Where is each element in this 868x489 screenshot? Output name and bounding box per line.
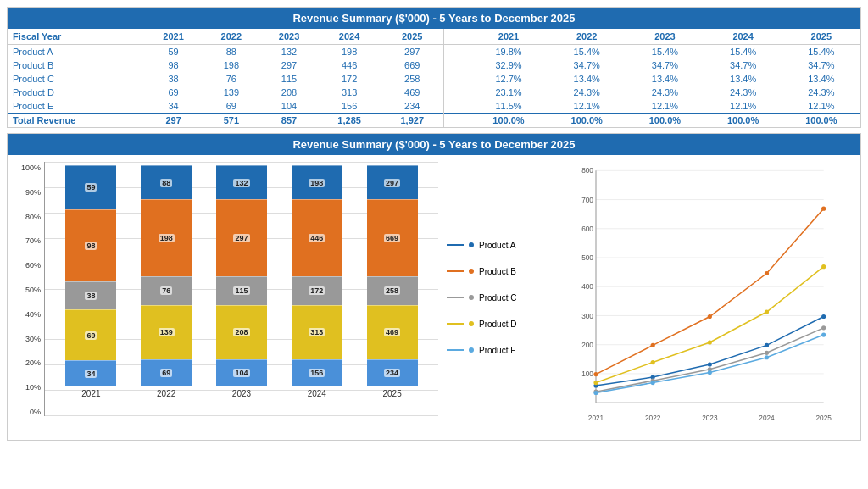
svg-point-44: [821, 264, 826, 269]
bar-value-label: 258: [384, 286, 400, 295]
svg-text:-: -: [591, 399, 593, 407]
col-2024: 2024: [318, 29, 381, 45]
bar-value-label: 669: [384, 234, 400, 242]
bar-value-label: 156: [309, 369, 325, 377]
svg-text:200: 200: [581, 342, 593, 349]
legend-item: Product D: [447, 320, 540, 329]
total-label: Total Revenue: [8, 114, 145, 128]
bar-chart-plot: 3469389859202169139761988820221042081152…: [44, 162, 438, 416]
pct-cell: 34.7%: [704, 58, 782, 72]
total-value: 857: [260, 114, 318, 128]
pct-col-2021: 2021: [470, 29, 548, 45]
svg-point-46: [651, 381, 655, 385]
divider-cell: [444, 72, 470, 86]
legend-item: Product E: [447, 346, 540, 355]
y-axis-label: 70%: [14, 236, 41, 245]
bar-value-label: 297: [384, 179, 400, 187]
bar-value-label: 172: [309, 286, 325, 295]
value-cell: 446: [318, 58, 381, 72]
divider-cell: [444, 99, 470, 114]
svg-point-48: [765, 355, 769, 359]
svg-point-34: [821, 207, 826, 211]
bar-x-label: 2025: [382, 389, 401, 398]
bar-value-label: 69: [85, 331, 97, 340]
legend: Product AProduct BProduct CProduct DProd…: [447, 162, 540, 433]
bar-segment: 258: [367, 276, 418, 306]
bar-value-label: 446: [309, 234, 325, 242]
legend-item: Product A: [447, 241, 540, 250]
pct-cell: 23.1%: [470, 86, 548, 99]
y-axis-label: 40%: [14, 310, 41, 319]
svg-point-45: [593, 391, 598, 395]
table-row: Product D6913920831346923.1%24.3%24.3%24…: [8, 86, 860, 99]
legend-item: Product C: [447, 293, 540, 303]
pct-cell: 24.3%: [782, 86, 860, 99]
bar-value-label: 34: [85, 370, 97, 378]
total-row: Total Revenue2975718571,2851,927100.0%10…: [8, 114, 860, 128]
bars-group: 3469389859202169139761988820221042081152…: [45, 162, 438, 398]
col-2023: 2023: [260, 29, 318, 45]
legend-item: Product B: [447, 267, 540, 276]
pct-cell: 12.1%: [704, 99, 782, 114]
bar-value-label: 88: [160, 179, 172, 187]
total-value: 297: [145, 114, 203, 128]
table-row: Product C387611517225812.7%13.4%13.4%13.…: [8, 72, 860, 86]
svg-text:2025: 2025: [815, 414, 832, 422]
divider-cell: [444, 86, 470, 99]
bar-stack: 104208115297132: [216, 165, 267, 386]
value-cell: 156: [318, 99, 381, 114]
bar-segment: 115: [216, 276, 267, 306]
bar-segment: 34: [65, 360, 116, 386]
pct-cell: 34.7%: [548, 58, 626, 72]
bar-value-label: 38: [85, 292, 97, 300]
value-cell: 88: [203, 45, 260, 59]
svg-text:800: 800: [581, 167, 593, 175]
main-container: Revenue Summary ($'000) - 5 Years to Dec…: [0, 0, 868, 447]
value-cell: 469: [381, 86, 444, 99]
total-value: 571: [203, 114, 260, 128]
y-axis-label: 80%: [14, 213, 41, 221]
svg-point-42: [708, 340, 712, 344]
svg-text:2023: 2023: [702, 414, 718, 422]
fiscal-year-header: Fiscal Year: [8, 29, 145, 45]
divider: [444, 29, 470, 45]
bar-segment: 98: [65, 209, 116, 282]
right-panel: Product AProduct BProduct CProduct DProd…: [447, 162, 854, 433]
svg-point-32: [708, 314, 712, 319]
y-axis-label: 20%: [14, 358, 41, 367]
value-cell: 115: [260, 72, 318, 86]
total-pct: 100.0%: [782, 114, 860, 128]
table-title: Revenue Summary ($'000) - 5 Years to Dec…: [8, 8, 860, 29]
bar-segment: 669: [367, 199, 418, 275]
legend-dot-icon: [469, 242, 474, 247]
pct-cell: 15.4%: [548, 45, 626, 59]
bar-segment: 38: [65, 281, 116, 309]
col-2021: 2021: [145, 29, 203, 45]
divider-cell: [444, 114, 470, 128]
y-axis-label: 60%: [14, 261, 41, 270]
bottom-chart-section: Revenue Summary ($'000) - 5 Years to Dec…: [7, 133, 861, 441]
legend-label: Product C: [479, 293, 516, 303]
product-name: Product B: [8, 58, 145, 72]
bar-segment: 297: [367, 165, 418, 199]
col-2022: 2022: [203, 29, 260, 45]
total-pct: 100.0%: [626, 114, 704, 128]
bar-value-label: 198: [159, 234, 175, 242]
bar-stack: 156313172446198: [292, 165, 342, 386]
value-cell: 172: [318, 72, 381, 86]
bar-column: 6913976198882022: [141, 165, 192, 398]
legend-line-icon: [447, 349, 464, 351]
legend-dot-icon: [469, 269, 474, 274]
bar-segment: 59: [65, 165, 116, 208]
svg-point-38: [765, 351, 769, 355]
y-axis-label: 90%: [14, 188, 41, 197]
value-cell: 139: [203, 86, 260, 99]
svg-point-40: [593, 381, 598, 385]
legend-line-icon: [447, 323, 464, 325]
svg-point-39: [821, 325, 826, 330]
product-name: Product D: [8, 86, 145, 99]
chart-title: Revenue Summary ($'000) - 5 Years to Dec…: [8, 134, 860, 155]
pct-cell: 13.4%: [704, 72, 782, 86]
bar-value-label: 98: [85, 242, 97, 250]
bar-column: 1563131724461982024: [292, 165, 342, 398]
